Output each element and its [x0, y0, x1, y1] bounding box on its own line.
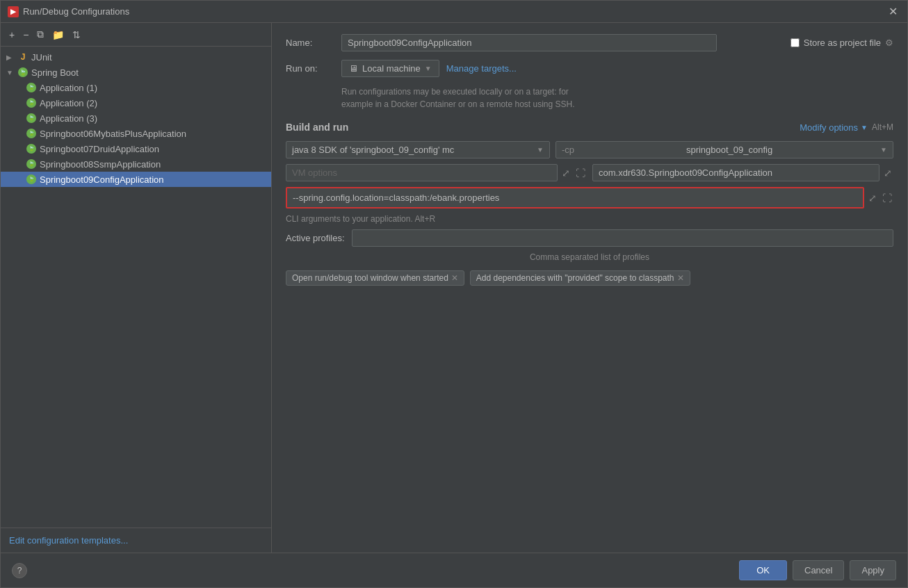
sdk-value-text: java 8 SDK of 'springboot_09_config' mc: [292, 145, 454, 155]
app3-icon: 🍃: [26, 113, 37, 124]
sidebar-item-app1[interactable]: 🍃 Application (1): [1, 80, 271, 95]
cli-args-input[interactable]: [286, 187, 864, 209]
modify-options-text: Modify options: [800, 122, 858, 133]
app5-label: Springboot07DruidApplication: [40, 144, 159, 154]
cli-expand-button[interactable]: ⤢: [867, 191, 878, 205]
run-desc-line2: example in a Docker Container or on a re…: [341, 98, 893, 111]
build-run-title: Build and run: [286, 122, 348, 133]
junit-icon: J: [17, 51, 29, 63]
close-button[interactable]: ✕: [886, 3, 900, 19]
main-class-container: ⤢: [592, 164, 893, 181]
sidebar-item-junit[interactable]: ▶ J JUnit: [1, 49, 271, 65]
tags-row: Open run/debug tool window when started …: [286, 270, 893, 286]
tag-run-debug-close[interactable]: ✕: [451, 273, 458, 283]
copy-config-button[interactable]: ⧉: [34, 27, 47, 42]
local-machine-text: Local machine: [362, 63, 421, 74]
apply-button[interactable]: Apply: [850, 560, 896, 580]
toolbar: + − ⧉ 📁 ⇅: [1, 23, 271, 47]
local-machine-button[interactable]: 🖥 Local machine ▼: [341, 60, 439, 77]
app1-icon: 🍃: [26, 82, 37, 93]
sidebar-item-app4[interactable]: 🍃 Springboot06MybatisPlusApplication: [1, 126, 271, 141]
ok-button[interactable]: OK: [739, 560, 787, 580]
main-class-input[interactable]: [592, 164, 879, 181]
run-debug-dialog: ▶ Run/Debug Configurations ✕ + − ⧉ 📁 ⇅ ▶…: [0, 0, 908, 588]
footer-buttons: OK Cancel Apply: [739, 560, 896, 580]
sdk-row: java 8 SDK of 'springboot_09_config' mc …: [286, 141, 893, 158]
modify-shortcut-hint: Alt+M: [872, 122, 893, 132]
tag-run-debug: Open run/debug tool window when started …: [286, 270, 464, 286]
sidebar-item-app6[interactable]: 🍃 Springboot08SsmpApplication: [1, 156, 271, 172]
tag-dependencies-close[interactable]: ✕: [677, 273, 684, 283]
sidebar-item-app3[interactable]: 🍃 Application (3): [1, 111, 271, 126]
app2-label: Application (2): [40, 98, 97, 108]
springboot-label: Spring Boot: [31, 67, 79, 78]
app1-label: Application (1): [40, 83, 97, 93]
name-input[interactable]: [341, 34, 717, 51]
remove-config-button[interactable]: −: [20, 28, 31, 42]
app5-icon: 🍃: [26, 143, 37, 154]
name-row: Name: Store as project file ⚙: [286, 34, 893, 51]
profiles-row: Active profiles:: [286, 229, 893, 247]
vm-fullscreen-button[interactable]: ⛶: [574, 166, 587, 180]
run-on-label: Run on:: [286, 63, 334, 74]
computer-icon: 🖥: [349, 63, 358, 74]
run-on-description: Run configurations may be executed local…: [341, 85, 893, 111]
cp-select[interactable]: -cp springboot_09_config ▼: [556, 141, 893, 158]
run-on-row: Run on: 🖥 Local machine ▼ Manage targets…: [286, 60, 893, 77]
profiles-label: Active profiles:: [286, 233, 345, 243]
store-project-checkbox[interactable]: [791, 38, 800, 47]
vm-expand-button[interactable]: ⤢: [560, 166, 571, 180]
app2-icon: 🍃: [26, 97, 37, 108]
name-label: Name:: [286, 38, 334, 48]
springboot-expand-icon: ▼: [6, 69, 15, 76]
title-bar: ▶ Run/Debug Configurations ✕: [1, 1, 907, 23]
sidebar-item-app2[interactable]: 🍃 Application (2): [1, 95, 271, 111]
cancel-button[interactable]: Cancel: [793, 560, 844, 580]
edit-templates-link[interactable]: Edit configuration templates...: [9, 535, 128, 546]
add-config-button[interactable]: +: [6, 28, 17, 42]
sdk-select[interactable]: java 8 SDK of 'springboot_09_config' mc …: [286, 141, 550, 158]
app4-label: Springboot06MybatisPlusApplication: [40, 129, 186, 139]
cli-hint: CLI arguments to your application. Alt+R: [286, 214, 893, 224]
profiles-hint: Comma separated list of profiles: [286, 252, 893, 262]
store-project-row: Store as project file ⚙: [791, 38, 893, 48]
main-content: + − ⧉ 📁 ⇅ ▶ J JUnit ▼: [1, 23, 907, 553]
run-desc-line1: Run configurations may be executed local…: [341, 85, 893, 98]
sdk-dropdown-icon: ▼: [537, 146, 544, 154]
app7-icon: 🍃: [26, 174, 37, 185]
cli-args-container: ⤢ ⛶: [286, 187, 893, 209]
sidebar-item-springboot[interactable]: ▼ 🍃 Spring Boot: [1, 65, 271, 80]
profiles-input[interactable]: [352, 229, 893, 247]
modify-options-button[interactable]: Modify options ▼: [800, 122, 868, 133]
config-tree: ▶ J JUnit ▼ 🍃 Spring Boot 🍃: [1, 47, 271, 528]
cli-fullscreen-button[interactable]: ⛶: [881, 191, 893, 205]
dialog-icon: ▶: [8, 6, 19, 17]
tag-run-debug-text: Open run/debug tool window when started: [292, 273, 448, 283]
footer-left: ?: [12, 563, 27, 578]
modify-options-area: Modify options ▼ Alt+M: [800, 122, 893, 133]
left-panel: + − ⧉ 📁 ⇅ ▶ J JUnit ▼: [1, 23, 272, 553]
sort-config-button[interactable]: ⇅: [70, 28, 83, 42]
app7-label: Springboot09ConfigApplication: [40, 174, 164, 185]
manage-targets-link[interactable]: Manage targets...: [446, 63, 517, 74]
springboot-icon: 🍃: [17, 67, 29, 78]
gear-icon[interactable]: ⚙: [885, 38, 893, 48]
expand-icon: ▶: [6, 54, 15, 61]
dialog-title: Run/Debug Configurations: [23, 6, 129, 17]
folder-config-button[interactable]: 📁: [49, 28, 67, 42]
cp-dropdown-icon: ▼: [880, 146, 887, 154]
bottom-link-area: Edit configuration templates...: [1, 528, 271, 553]
sidebar-item-app5[interactable]: 🍃 Springboot07DruidApplication: [1, 141, 271, 156]
vm-options-input[interactable]: [286, 164, 558, 181]
dropdown-arrow-icon: ▼: [425, 65, 432, 72]
cli-args-row: ⤢ ⛶: [286, 187, 893, 209]
sidebar-item-app7[interactable]: 🍃 Springboot09ConfigApplication: [1, 172, 271, 187]
class-expand-button[interactable]: ⤢: [882, 166, 893, 180]
tag-dependencies-text: Add dependencies with "provided" scope t…: [476, 273, 674, 283]
junit-label: JUnit: [31, 52, 52, 63]
right-panel: Name: Store as project file ⚙ Run on: 🖥 …: [272, 23, 907, 553]
footer: ? OK Cancel Apply: [1, 553, 907, 587]
help-button[interactable]: ?: [12, 563, 27, 578]
cp-label-text: -cp: [562, 145, 574, 155]
build-run-fields: java 8 SDK of 'springboot_09_config' mc …: [286, 141, 893, 286]
